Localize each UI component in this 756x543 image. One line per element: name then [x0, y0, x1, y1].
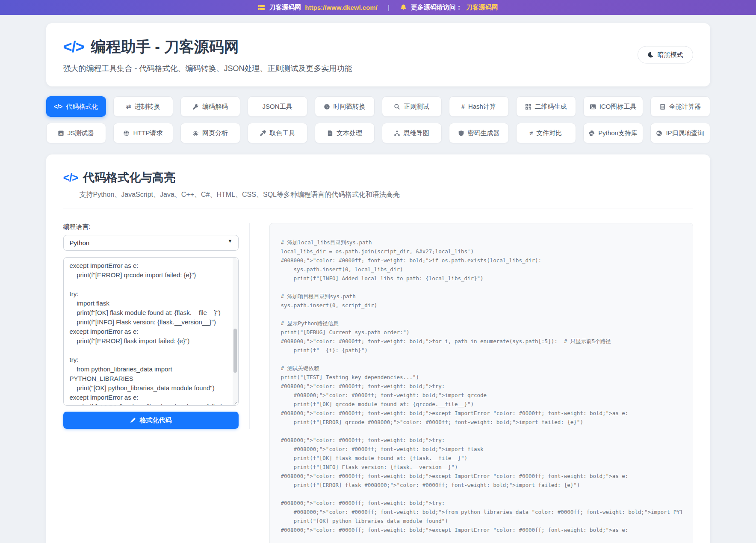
tab-label: ICO图标工具	[599, 103, 637, 111]
topbar: 刀客源码网 https://www.dkewl.com/ | 更多源码请访问： …	[0, 0, 756, 15]
tab-label: JS测试器	[68, 129, 94, 137]
site-card-icon	[258, 4, 265, 11]
page-title: 编程助手 - 刀客源码网	[91, 37, 239, 57]
search-icon	[394, 104, 400, 110]
tab-label: JSON工具	[262, 103, 292, 111]
tab-label: 网页分析	[202, 129, 228, 137]
chevron-down-icon: ▼	[228, 238, 233, 243]
notice-text: 更多源码请访问：	[411, 3, 462, 12]
tab-label: Hash计算	[468, 103, 496, 111]
python-icon	[588, 130, 595, 136]
dark-mode-button[interactable]: 暗黑模式	[638, 46, 693, 64]
formatter-controls: 编程语言: Python ▼ except ImportError as e: …	[63, 223, 250, 429]
tab-qrcode-gen[interactable]: 二维码生成	[516, 96, 576, 117]
language-select-value: Python	[70, 239, 90, 246]
hash-icon: #	[461, 103, 465, 110]
topbar-separator: |	[388, 4, 390, 11]
code-icon: </>	[54, 103, 62, 110]
tool-tabs: </>代码格式化⇄进制转换编码解码JSON工具时间戳转换正则测试#Hash计算二…	[46, 96, 710, 143]
tab-label: 二维码生成	[535, 103, 567, 111]
moon-icon	[647, 52, 654, 58]
file-text-icon	[327, 130, 333, 136]
section-title: 代码格式化与高亮	[83, 170, 175, 185]
tab-color-picker[interactable]: 取色工具	[248, 123, 307, 143]
tab-python-libs[interactable]: Python支持库	[583, 123, 643, 143]
format-button-label: 格式化代码	[140, 416, 172, 424]
pen-icon	[130, 417, 136, 423]
tab-label: 取色工具	[269, 129, 295, 137]
formatted-code-output: # 添加local_libs目录到sys.path local_libs_dir…	[281, 238, 682, 534]
tab-label: 全能计算器	[669, 103, 701, 111]
tab-label: 密码生成器	[468, 129, 500, 137]
code-formatter-card: </> 代码格式化与高亮 支持Python、JavaScript、Java、C+…	[46, 154, 710, 543]
language-label: 编程语言:	[63, 223, 239, 231]
globe-icon	[123, 130, 130, 136]
tab-label: Python支持库	[598, 129, 638, 137]
exchange-icon: ⇄	[126, 103, 131, 110]
qrcode-icon	[525, 104, 532, 110]
js-icon: JS	[58, 130, 64, 136]
tab-timestamp[interactable]: 时间戳转换	[315, 96, 375, 117]
tab-file-diff[interactable]: ≠文件对比	[516, 123, 576, 143]
bell-icon	[400, 4, 407, 11]
sitemap-icon	[394, 130, 400, 136]
shield-icon	[458, 130, 464, 136]
globe-asia-icon	[656, 130, 662, 136]
code-input[interactable]: except ImportError as e: print(f"[ERROR]…	[63, 257, 239, 406]
site-name: 刀客源码网	[269, 3, 301, 12]
output-panel: # 添加local_libs目录到sys.path local_libs_dir…	[269, 223, 693, 543]
tab-label: 正则测试	[404, 103, 429, 111]
format-code-button[interactable]: 格式化代码	[63, 412, 239, 429]
tab-calculator[interactable]: 全能计算器	[650, 96, 710, 117]
tab-password-gen[interactable]: 密码生成器	[449, 123, 509, 143]
tab-ip-lookup[interactable]: IP归属地查询	[650, 123, 710, 143]
scrollbar-thumb[interactable]	[233, 329, 237, 373]
tab-label: HTTP请求	[133, 129, 162, 137]
tab-hash-calc[interactable]: #Hash计算	[449, 96, 509, 117]
code-editor: except ImportError as e: print(f"[ERROR]…	[63, 257, 239, 406]
not-equal-icon: ≠	[530, 130, 533, 136]
tab-js-tester[interactable]: JSJS测试器	[46, 123, 106, 143]
tab-label: 文本处理	[337, 129, 362, 137]
code-icon: </>	[63, 38, 84, 56]
notice-link[interactable]: 刀客源码网	[466, 3, 498, 12]
tab-label: 思维导图	[404, 129, 429, 137]
spider-icon	[192, 130, 199, 136]
tab-label: 代码格式化	[66, 103, 98, 111]
tab-text-process[interactable]: 文本处理	[315, 123, 375, 143]
tab-code-format[interactable]: </>代码格式化	[46, 96, 106, 117]
tab-label: IP归属地查询	[666, 129, 704, 137]
code-icon: </>	[63, 171, 78, 184]
tab-label: 文件对比	[536, 129, 562, 137]
section-subtitle: 支持Python、JavaScript、Java、C++、C#、HTML、CSS…	[80, 190, 693, 199]
page-subtitle: 强大的编程工具集合 - 代码格式化、编码转换、JSON处理、正则测试及更多实用功…	[63, 63, 693, 74]
tab-http-request[interactable]: HTTP请求	[113, 123, 173, 143]
dark-mode-label: 暗黑模式	[658, 51, 683, 59]
image-icon	[590, 104, 596, 110]
clock-icon	[324, 104, 330, 110]
tab-label: 时间戳转换	[334, 103, 366, 111]
eyedropper-icon	[260, 130, 266, 136]
language-select[interactable]: Python ▼	[63, 235, 239, 251]
tab-base-convert[interactable]: ⇄进制转换	[113, 96, 173, 117]
svg-text:JS: JS	[59, 132, 62, 135]
divider	[63, 208, 693, 208]
calculator-icon	[659, 104, 666, 110]
tab-json-tools[interactable]: JSON工具	[248, 96, 307, 117]
key-icon	[192, 104, 199, 110]
tab-label: 编码解码	[202, 103, 228, 111]
textarea-scrollbar[interactable]	[233, 258, 238, 405]
site-url-link[interactable]: https://www.dkewl.com/	[305, 4, 377, 11]
tab-label: 进制转换	[134, 103, 160, 111]
tab-web-analyze[interactable]: 网页分析	[180, 123, 240, 143]
tab-mindmap[interactable]: 思维导图	[382, 123, 442, 143]
tab-encode-decode[interactable]: 编码解码	[180, 96, 240, 117]
tab-regex-test[interactable]: 正则测试	[382, 96, 442, 117]
tab-ico-tools[interactable]: ICO图标工具	[583, 96, 643, 117]
header-card: </> 编程助手 - 刀客源码网 强大的编程工具集合 - 代码格式化、编码转换、…	[46, 23, 710, 86]
